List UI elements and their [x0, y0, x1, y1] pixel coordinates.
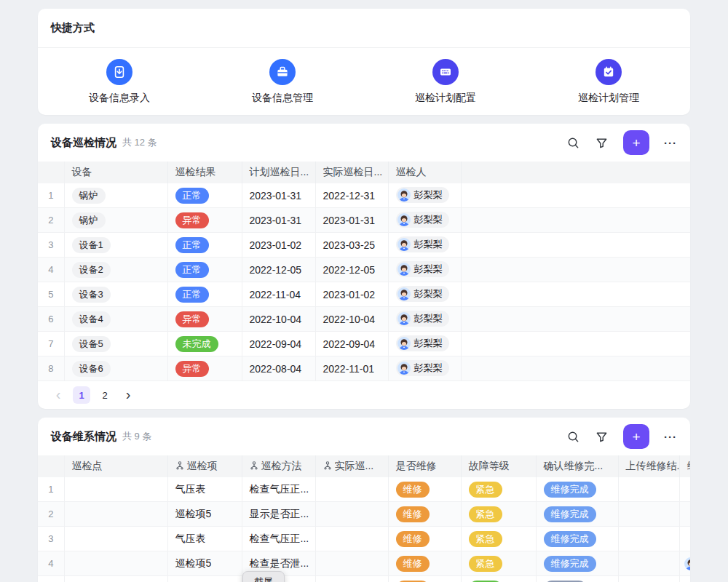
column-header-actual[interactable]: 实际巡... [315, 455, 388, 477]
cell-result[interactable]: 正常 [167, 282, 242, 307]
cell-empty[interactable] [461, 258, 690, 282]
cell-item[interactable]: 气压表 [167, 477, 242, 502]
cell-result[interactable]: 异常 [167, 307, 242, 332]
cell-point[interactable] [64, 576, 167, 582]
cell-level[interactable]: 紧急 [461, 551, 536, 576]
column-header-actual-date[interactable]: 实际巡检日... [315, 162, 388, 183]
cell-inspector[interactable]: 彭梨梨 [388, 208, 461, 233]
search-icon[interactable] [566, 430, 580, 444]
add-record-button[interactable]: + [623, 130, 649, 155]
cell-actual-date[interactable]: 2023-01-31 [315, 208, 388, 233]
cell-planned-date[interactable]: 2022-09-04 [242, 332, 315, 356]
cell-inspector[interactable]: 彭梨梨 [388, 332, 461, 356]
cell-inspector[interactable]: 彭梨梨 [388, 258, 461, 282]
column-header-maintainer[interactable]: 维 [679, 455, 690, 477]
pagination-page-2[interactable]: 2 [96, 386, 114, 404]
cell-result[interactable]: 正常 [167, 233, 242, 258]
shortcut-inspection-plan-manage[interactable]: 巡检计划管理 [527, 59, 690, 105]
cell-empty[interactable] [461, 356, 690, 381]
cell-repair[interactable]: 维修 [388, 576, 461, 582]
search-icon[interactable] [566, 136, 580, 150]
cell-level[interactable]: 紧急 [461, 502, 536, 527]
more-icon[interactable]: ··· [664, 137, 677, 149]
column-header-device[interactable]: 设备 [64, 162, 167, 183]
cell-maintainer[interactable] [679, 502, 690, 527]
cell-maintainer[interactable] [679, 477, 690, 502]
pagination-prev-icon[interactable]: ‹ [50, 386, 67, 404]
cell-inspector[interactable]: 彭梨梨 [388, 282, 461, 307]
cell-upload[interactable] [618, 527, 679, 551]
cell-point[interactable] [64, 477, 167, 502]
cell-level[interactable]: 重要 [461, 576, 536, 582]
add-record-button[interactable]: + [623, 424, 649, 449]
cell-repair[interactable]: 维修 [388, 477, 461, 502]
column-header-confirm[interactable]: 确认维修完... [536, 455, 618, 477]
cell-empty[interactable] [461, 282, 690, 307]
cell-actual-date[interactable]: 2022-10-04 [315, 307, 388, 332]
cell-upload[interactable] [618, 502, 679, 527]
cell-actual[interactable] [315, 477, 388, 502]
cell-planned-date[interactable]: 2023-01-31 [242, 183, 315, 208]
cell-confirm[interactable]: 维修中 [536, 576, 618, 582]
shortcut-device-info-entry[interactable]: 设备信息录入 [38, 59, 201, 105]
shortcut-inspection-plan-config[interactable]: 巡检计划配置 [364, 59, 527, 105]
cell-planned-date[interactable]: 2022-08-04 [242, 356, 315, 381]
cell-device[interactable]: 设备6 [64, 356, 167, 381]
column-header-inspector[interactable]: 巡检人 [388, 162, 461, 183]
cell-point[interactable] [64, 551, 167, 576]
cell-actual-date[interactable]: 2022-11-01 [315, 356, 388, 381]
cell-maintainer[interactable] [679, 576, 690, 582]
cell-confirm[interactable]: 维修完成 [536, 551, 618, 576]
cell-point[interactable] [64, 527, 167, 551]
cell-item[interactable]: 巡检项5 [167, 551, 242, 576]
cell-point[interactable] [64, 502, 167, 527]
column-header-upload[interactable]: 上传维修结... [618, 455, 679, 477]
cell-method[interactable]: 检查气压正... [242, 527, 315, 551]
cell-item[interactable]: 气压表 [167, 527, 242, 551]
cell-item[interactable]: 巡检项5 [167, 576, 242, 582]
cell-confirm[interactable]: 维修完成 [536, 502, 618, 527]
cell-empty[interactable] [461, 208, 690, 233]
column-header-item[interactable]: 巡检项 [167, 455, 242, 477]
cell-actual-date[interactable]: 2023-01-02 [315, 282, 388, 307]
cell-empty[interactable] [461, 183, 690, 208]
cell-upload[interactable] [618, 477, 679, 502]
cell-confirm[interactable]: 维修完成 [536, 527, 618, 551]
cell-device[interactable]: 设备4 [64, 307, 167, 332]
filter-icon[interactable] [595, 136, 609, 150]
cell-maintainer[interactable] [679, 527, 690, 551]
cell-device[interactable]: 设备2 [64, 258, 167, 282]
column-header-method[interactable]: 巡检方法 [242, 455, 315, 477]
shortcut-device-info-manage[interactable]: 设备信息管理 [201, 59, 364, 105]
cell-planned-date[interactable]: 2022-11-04 [242, 282, 315, 307]
cell-planned-date[interactable]: 2022-10-04 [242, 307, 315, 332]
cell-device[interactable]: 设备1 [64, 233, 167, 258]
cell-result[interactable]: 正常 [167, 183, 242, 208]
cell-level[interactable]: 紧急 [461, 477, 536, 502]
cell-device[interactable]: 锅炉 [64, 208, 167, 233]
cell-inspector[interactable]: 彭梨梨 [388, 183, 461, 208]
cell-planned-date[interactable]: 2023-01-31 [242, 208, 315, 233]
cell-repair[interactable]: 维修 [388, 551, 461, 576]
cell-inspector[interactable]: 彭梨梨 [388, 307, 461, 332]
cell-device[interactable]: 设备5 [64, 332, 167, 356]
cell-device[interactable]: 设备3 [64, 282, 167, 307]
cell-actual[interactable] [315, 527, 388, 551]
cell-empty[interactable] [461, 233, 690, 258]
cell-maintainer[interactable] [679, 551, 690, 576]
cell-item[interactable]: 巡检项5 [167, 502, 242, 527]
column-header-planned-date[interactable]: 计划巡检日... [242, 162, 315, 183]
cell-empty[interactable] [461, 307, 690, 332]
column-header-level[interactable]: 故障等级 [461, 455, 536, 477]
cell-actual-date[interactable]: 2022-09-04 [315, 332, 388, 356]
cell-device[interactable]: 锅炉 [64, 183, 167, 208]
column-header-point[interactable]: 巡检点 [64, 455, 167, 477]
cell-result[interactable]: 异常 [167, 208, 242, 233]
cell-actual-date[interactable]: 2022-12-31 [315, 183, 388, 208]
filter-icon[interactable] [595, 430, 609, 444]
cell-result[interactable]: 正常 [167, 258, 242, 282]
cell-upload[interactable] [618, 551, 679, 576]
cell-actual[interactable] [315, 502, 388, 527]
cell-actual-date[interactable]: 2022-12-05 [315, 258, 388, 282]
cell-level[interactable]: 紧急 [461, 527, 536, 551]
